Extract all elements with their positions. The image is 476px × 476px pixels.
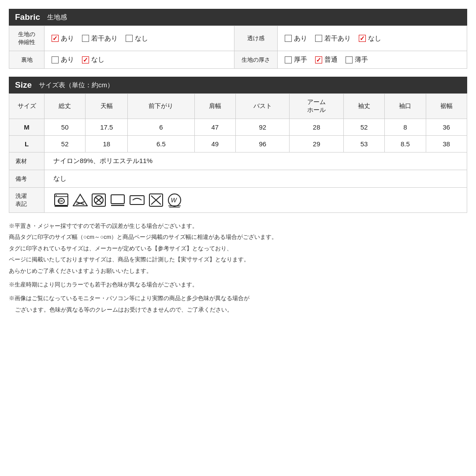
cb-stretch-wakkan: 若干あり	[82, 34, 118, 43]
cb-stretch-ari-box	[52, 35, 59, 42]
size-row-remarks: 備考 なし	[9, 170, 467, 188]
svg-marker-2	[73, 194, 87, 206]
notes-section: ※平置き・メジャー採寸ですので若干の誤差が生じる場合がございます。 商品タグに印…	[9, 221, 467, 315]
col-armhole: アームホール	[290, 94, 343, 119]
size-table-header-row: サイズ 総丈 天幅 前下がり 肩幅 バスト アームホール 袖丈 袖口 裾幅	[9, 94, 467, 119]
laundry-notumble-icon	[149, 193, 164, 207]
size-l-bust: 96	[236, 136, 290, 152]
svg-rect-9	[111, 195, 124, 204]
cb-atsa-usute: 薄手	[346, 56, 368, 64]
size-m-sodate: 50	[45, 119, 86, 136]
svg-text:W: W	[171, 197, 178, 204]
size-table: サイズ 総丈 天幅 前下がり 肩幅 バスト アームホール 袖丈 袖口 裾幅 M …	[9, 93, 467, 213]
note-block-2: ※生産時期により同じカラーでも若干お色味が異なる場合がございます。	[9, 279, 467, 290]
col-bust: バスト	[236, 94, 290, 119]
note-7-cont: ございます。色味が異なる等のクレームはお受けできませんので、ご了承ください。	[9, 305, 467, 315]
size-section: Size サイズ表（単位：約cm） サイズ 総丈 天幅 前下がり 肩幅 バスト …	[9, 77, 467, 213]
note-5: あらかじめご了承くださいますようお願いいたします。	[9, 266, 467, 276]
col-size: サイズ	[9, 94, 45, 119]
cb-tuke-ari-box	[285, 35, 292, 42]
size-l-surihaba: 38	[426, 136, 467, 152]
note-7: ※画像はご覧になっているモニター・パソコン等により実際の商品と多少色味が異なる場…	[9, 293, 467, 303]
laundry-bleach-icon	[73, 193, 88, 207]
cb-stretch-nashi: なし	[126, 34, 148, 43]
fabric-options-atsa: 厚手 普通 薄手	[277, 51, 467, 69]
cb-tuke-wakkan: 若干あり	[315, 34, 351, 43]
fabric-table: 生地の伸縮性 あり 若干あり なし	[9, 26, 467, 69]
laundry-dry-icon	[129, 193, 145, 207]
size-title-jp: サイズ表（単位：約cm）	[39, 81, 114, 89]
cb-uraji-ari: あり	[52, 56, 74, 64]
fabric-section: Fabric 生地感 生地の伸縮性 あり 若干あり	[9, 9, 467, 69]
fabric-label-tuke: 透け感	[234, 26, 277, 51]
note-6: ※生産時期により同じカラーでも若干お色味が異なる場合がございます。	[9, 279, 467, 290]
size-m-bust: 92	[236, 119, 290, 136]
cb-tuke-nashi-box	[359, 35, 366, 42]
svg-point-0	[58, 198, 64, 204]
size-m-sodate2: 52	[343, 119, 384, 136]
size-row-l: L 52 18 6.5 49 96 29 53 8.5 38	[9, 136, 467, 152]
size-m-tenba: 17.5	[86, 119, 128, 136]
size-m-label: M	[9, 119, 45, 136]
cb-tuke-nashi: なし	[359, 34, 381, 43]
size-m-surihaba: 36	[426, 119, 467, 136]
laundry-iron-icon	[110, 193, 126, 207]
col-tenba: 天幅	[86, 94, 128, 119]
fabric-header: Fabric 生地感	[9, 9, 467, 26]
fabric-label-atsa: 生地の厚さ	[234, 51, 277, 69]
size-row-laundry: 洗濯表記	[9, 188, 467, 213]
cb-atsa-futsu: 普通	[315, 56, 338, 64]
cb-tuke-ari: あり	[285, 34, 307, 43]
size-l-armhole: 29	[290, 136, 343, 152]
col-surihaba: 裾幅	[426, 94, 467, 119]
size-l-katahaba: 49	[194, 136, 235, 152]
size-l-maesagari: 6.5	[128, 136, 194, 152]
svg-rect-11	[130, 196, 144, 205]
note-2: 商品タグに印字のサイズ幅（○cm～○cm）と商品ページ掲載のサイズ幅に相違がある…	[9, 232, 467, 242]
laundry-wetclean-icon: W	[167, 193, 182, 208]
cb-tuke-wakkan-box	[315, 35, 322, 42]
material-label: 素材	[9, 152, 45, 170]
fabric-label-1: 生地の伸縮性	[9, 26, 45, 51]
fabric-options-1: あり 若干あり なし	[45, 26, 234, 51]
size-l-sodeguchi: 8.5	[385, 136, 426, 152]
fabric-options-uraji: あり なし	[45, 51, 234, 69]
size-row-m: M 50 17.5 6 47 92 28 52 8 36	[9, 119, 467, 136]
fabric-label-uraji: 裏地	[9, 51, 45, 69]
size-l-label: L	[9, 136, 45, 152]
cb-uraji-ari-box	[52, 56, 59, 63]
cb-atsa-futon-box	[285, 56, 292, 63]
size-l-sodate2: 53	[343, 136, 384, 152]
note-block-3: ※画像はご覧になっているモニター・パソコン等により実際の商品と多少色味が異なる場…	[9, 293, 467, 315]
fabric-title-jp: 生地感	[47, 13, 67, 22]
note-4: ページに掲載いたしておりますサイズは、商品を実際に計測した【実寸サイズ】となりま…	[9, 254, 467, 264]
cb-atsa-usute-box	[346, 56, 353, 63]
cb-atsa-futsu-box	[315, 56, 322, 63]
note-1: ※平置き・メジャー採寸ですので若干の誤差が生じる場合がございます。	[9, 221, 467, 231]
col-sodate2: 袖丈	[343, 94, 384, 119]
col-sodate: 総丈	[45, 94, 86, 119]
laundry-wash-icon	[53, 193, 69, 207]
size-m-armhole: 28	[290, 119, 343, 136]
size-l-sodate: 52	[45, 136, 86, 152]
laundry-symbols: W	[53, 193, 463, 208]
note-block-1: ※平置き・メジャー採寸ですので若干の誤差が生じる場合がございます。 商品タグに印…	[9, 221, 467, 276]
note-3: タグに印字されているサイズは、メーカーが定めている【参考サイズ】となっており、	[9, 243, 467, 253]
cb-uraji-nashi-box	[82, 56, 89, 63]
col-sodeguchi: 袖口	[385, 94, 426, 119]
size-m-katahaba: 47	[194, 119, 235, 136]
col-maesagari: 前下がり	[128, 94, 194, 119]
size-header: Size サイズ表（単位：約cm）	[9, 77, 467, 93]
cb-stretch-wakkan-box	[82, 35, 89, 42]
laundry-icons: W	[45, 188, 467, 213]
size-l-tenba: 18	[86, 136, 128, 152]
fabric-row-1: 生地の伸縮性 あり 若干あり なし	[9, 26, 467, 51]
size-m-maesagari: 6	[128, 119, 194, 136]
cb-atsa-futon: 厚手	[285, 56, 307, 64]
cb-uraji-nashi: なし	[82, 56, 104, 64]
fabric-row-2: 裏地 あり なし 生地の厚さ	[9, 51, 467, 69]
size-row-material: 素材 ナイロン89%、ポリエステル11%	[9, 152, 467, 170]
laundry-dryer-icon	[91, 193, 106, 207]
remarks-label: 備考	[9, 170, 45, 188]
fabric-title-en: Fabric	[15, 12, 40, 22]
